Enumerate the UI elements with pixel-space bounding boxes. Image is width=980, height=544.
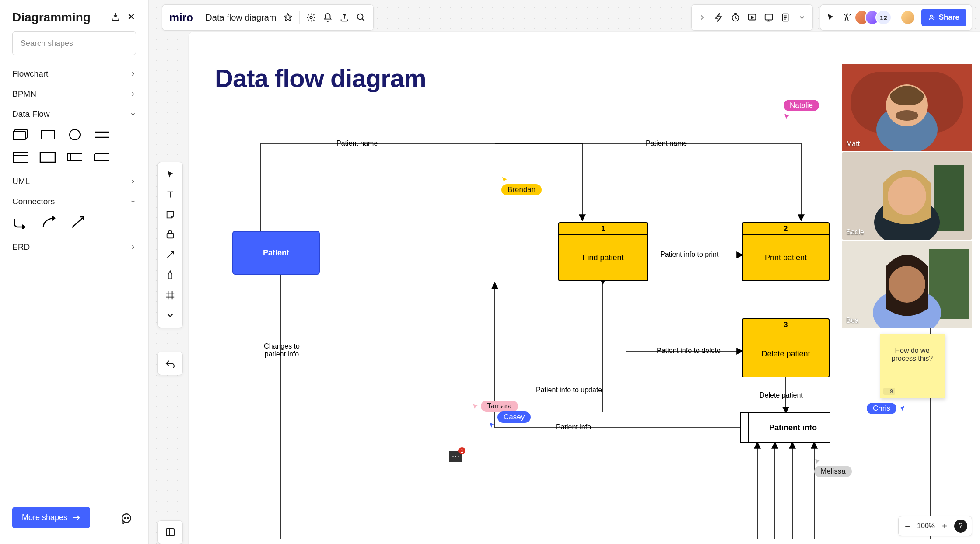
import-icon[interactable] — [111, 12, 120, 23]
board-header: miro Data flow diagram — [162, 4, 374, 31]
zoom-in-button[interactable]: + — [940, 522, 949, 530]
export-icon[interactable] — [339, 12, 350, 23]
shape-rect[interactable] — [39, 129, 56, 141]
sticky-reactions[interactable]: + 9 — [883, 388, 895, 395]
chevron-right-icon[interactable] — [697, 12, 707, 23]
arrow-tool[interactable] — [162, 247, 178, 263]
frame-tool[interactable] — [162, 287, 178, 303]
shape-lines[interactable] — [94, 129, 110, 141]
node-patient[interactable]: Patient — [232, 231, 320, 275]
select-tool[interactable] — [162, 167, 178, 182]
shape-datastore-open[interactable] — [94, 151, 110, 164]
shape-circle[interactable] — [66, 129, 83, 141]
video-tile-bea[interactable]: Bea — [842, 241, 972, 328]
notes-icon[interactable] — [780, 12, 791, 23]
pen-tool[interactable] — [162, 267, 178, 283]
feedback-button[interactable] — [117, 509, 136, 528]
comment-badge: 1 — [458, 447, 466, 454]
svg-point-18 — [930, 15, 932, 17]
sticky-tool[interactable] — [162, 207, 178, 223]
category-label: Data Flow — [12, 109, 50, 119]
comment-thread[interactable]: 1 — [449, 451, 462, 462]
text-tool[interactable] — [162, 187, 178, 202]
cursor-natalie: Natalie — [784, 100, 819, 120]
bell-icon[interactable] — [322, 12, 333, 23]
video-tile-sadie[interactable]: Sadie — [842, 152, 972, 240]
node-patient-info-store[interactable]: Patinent info — [740, 412, 830, 443]
svg-point-37 — [888, 177, 926, 215]
svg-point-10 — [125, 518, 126, 519]
category-dataflow[interactable]: Data Flow — [12, 104, 136, 124]
connector-elbow[interactable] — [12, 216, 28, 229]
svg-rect-16 — [765, 14, 773, 20]
arrow-right-icon — [72, 515, 80, 521]
node-label: Patinent info — [769, 423, 817, 432]
category-label: UML — [12, 177, 30, 186]
category-bpmn[interactable]: BPMN — [12, 84, 136, 104]
svg-rect-2 — [41, 130, 54, 139]
cursor-label: Tamara — [481, 401, 518, 412]
close-icon[interactable] — [126, 12, 136, 23]
zoom-out-button[interactable]: − — [903, 522, 912, 530]
dataflow-shapes — [12, 124, 136, 171]
cursor-icon — [501, 176, 508, 183]
category-erd[interactable]: ERD — [12, 237, 136, 257]
collab-group: 12 Share — [820, 4, 972, 31]
video-tile-matt[interactable]: Matt — [842, 64, 972, 151]
edge-label: Patient info to print — [660, 251, 718, 258]
search-input[interactable] — [12, 31, 136, 55]
avatar-stack[interactable]: 12 — [859, 10, 892, 25]
bolt-icon[interactable] — [714, 12, 724, 23]
shape-tool[interactable] — [162, 227, 178, 243]
logo[interactable]: miro — [169, 11, 193, 24]
chat-icon — [121, 513, 132, 524]
cursor-label: Brendan — [501, 184, 542, 195]
present-icon[interactable] — [747, 12, 757, 23]
node-print-patient[interactable]: 2 Print patient — [742, 222, 830, 281]
chevron-right-icon — [130, 244, 136, 250]
category-uml[interactable]: UML — [12, 171, 136, 192]
svg-point-13 — [357, 14, 363, 20]
shape-rect-thick[interactable] — [39, 151, 56, 164]
search-icon[interactable] — [356, 12, 366, 23]
avatar-self[interactable] — [900, 10, 915, 25]
more-shapes-button[interactable]: More shapes — [12, 507, 90, 528]
edge-label: Patient name — [336, 139, 378, 147]
node-find-patient[interactable]: 1 Find patient — [558, 222, 648, 281]
edge-label: Patient info — [556, 423, 591, 431]
node-label: Find patient — [559, 235, 647, 280]
cursor-icon[interactable] — [826, 12, 836, 23]
board-name[interactable]: Data flow diagram — [206, 13, 276, 23]
svg-rect-6 — [13, 153, 28, 162]
gear-icon[interactable] — [306, 12, 316, 23]
edge-label: Patient info to delete — [657, 347, 721, 355]
star-icon[interactable] — [283, 12, 293, 23]
panel-toggle-button[interactable] — [158, 520, 183, 544]
help-button[interactable]: ? — [954, 520, 967, 533]
svg-rect-26 — [167, 233, 174, 238]
more-tools[interactable] — [162, 307, 178, 323]
connector-curve[interactable] — [41, 216, 57, 229]
embed-icon[interactable] — [763, 12, 774, 23]
more-icon[interactable] — [797, 12, 807, 23]
edge-label: Delete patient — [760, 391, 803, 399]
zoom-level[interactable]: 100% — [917, 522, 935, 530]
shape-header-rect[interactable] — [12, 151, 29, 164]
svg-rect-8 — [40, 153, 55, 162]
node-label: Patient — [263, 248, 289, 258]
canvas[interactable]: miro Data flow diagram — [149, 0, 980, 544]
undo-button[interactable] — [158, 352, 183, 375]
category-flowchart[interactable]: Flowchart — [12, 64, 136, 84]
apps-group — [691, 4, 813, 31]
timer-icon[interactable] — [730, 12, 741, 23]
svg-point-41 — [889, 266, 925, 303]
category-connectors[interactable]: Connectors — [12, 192, 136, 212]
sticky-note[interactable]: How do we process this? + 9 — [880, 334, 945, 398]
connector-line[interactable] — [70, 216, 86, 229]
share-button[interactable]: Share — [921, 9, 966, 26]
reactions-icon[interactable] — [842, 12, 853, 23]
shape-multidoc[interactable] — [12, 129, 29, 141]
shape-datastore-left[interactable] — [66, 151, 83, 164]
edge-label: Patient info to update — [536, 386, 602, 394]
node-delete-patient[interactable]: 3 Delete patient — [742, 318, 830, 377]
